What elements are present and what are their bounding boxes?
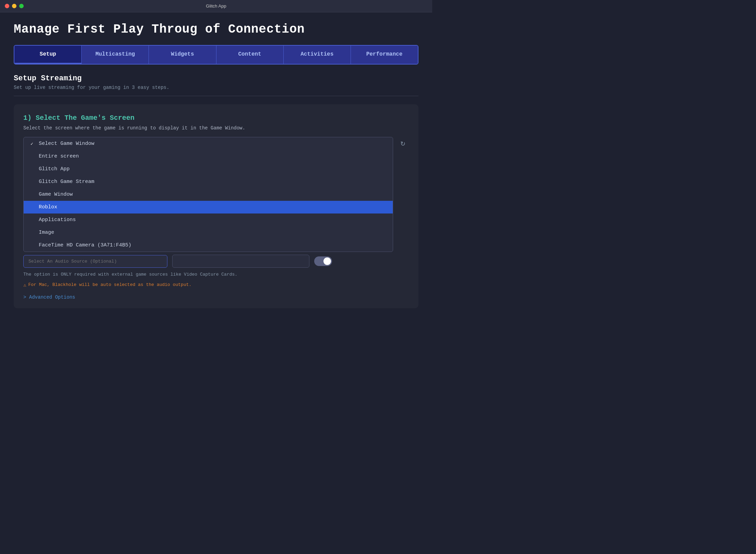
window-controls <box>5 4 24 8</box>
title-bar: Glitch App <box>0 0 432 12</box>
setup-card: 1) Select The Game's Screen Select the s… <box>14 104 418 308</box>
dropdown-item-image[interactable]: Image <box>24 226 393 239</box>
minimize-button[interactable] <box>12 4 16 8</box>
toggle-knob <box>323 257 331 265</box>
dropdown-item-select-game-window[interactable]: ✓ Select Game Window <box>24 137 393 150</box>
section-title: Setup Streaming <box>14 74 418 83</box>
dropdown-item-roblox[interactable]: Roblox <box>24 201 393 213</box>
tab-setup[interactable]: Setup <box>14 46 82 64</box>
tab-content[interactable]: Content <box>216 46 284 64</box>
audio-note: The option is ONLY required with externa… <box>23 271 409 278</box>
dropdown-item-applications[interactable]: Applications <box>24 213 393 226</box>
dropdown-item-glitch-app[interactable]: Glitch App <box>24 163 393 175</box>
tab-widgets[interactable]: Widgets <box>149 46 216 64</box>
step-title: 1) Select The Game's Screen <box>23 114 409 122</box>
window-title: Glitch App <box>206 3 226 9</box>
check-placeholder <box>31 154 36 159</box>
dropdown-item-game-window[interactable]: Game Window <box>24 188 393 201</box>
close-button[interactable] <box>5 4 9 8</box>
check-icon: ✓ <box>31 141 36 147</box>
page-title: Manage First Play Throug of Connection <box>14 22 418 37</box>
toggle-switch[interactable] <box>314 256 332 266</box>
dropdown-item-entire-screen[interactable]: Entire screen <box>24 150 393 163</box>
audio-quality-row: Standard <box>23 255 409 268</box>
divider <box>14 96 418 96</box>
step-description: Select the screen where the game is runn… <box>23 125 409 131</box>
main-content: Manage First Play Throug of Connection S… <box>0 12 432 318</box>
section-subtitle: Set up live streaming for your gaming in… <box>14 85 418 90</box>
dropdown-item-glitch-game-stream[interactable]: Glitch Game Stream <box>24 175 393 188</box>
audio-source-input[interactable] <box>23 255 167 268</box>
advanced-options-link[interactable]: > Advanced Options <box>23 295 409 300</box>
warning-text: ⚠ For Mac, Blackhole will be auto select… <box>23 281 409 289</box>
refresh-button[interactable]: ↻ <box>397 138 409 150</box>
dropdown-item-facetime[interactable]: FaceTime HD Camera (3A71:F4B5) <box>24 239 393 252</box>
tab-performance[interactable]: Performance <box>351 46 418 64</box>
refresh-icon: ↻ <box>400 140 405 148</box>
warning-icon: ⚠ <box>23 282 26 289</box>
game-screen-dropdown[interactable]: ✓ Select Game Window Entire screen Glitc… <box>23 137 393 252</box>
tabs-container: Setup Multicasting Widgets Content Activ… <box>14 45 418 65</box>
tab-multicasting[interactable]: Multicasting <box>82 46 149 64</box>
dropdown-row: ✓ Select Game Window Entire screen Glitc… <box>23 137 409 252</box>
maximize-button[interactable] <box>19 4 24 8</box>
dropdown-list: ✓ Select Game Window Entire screen Glitc… <box>23 137 393 252</box>
quality-select[interactable]: Standard <box>172 255 309 268</box>
tab-activities[interactable]: Activities <box>284 46 351 64</box>
